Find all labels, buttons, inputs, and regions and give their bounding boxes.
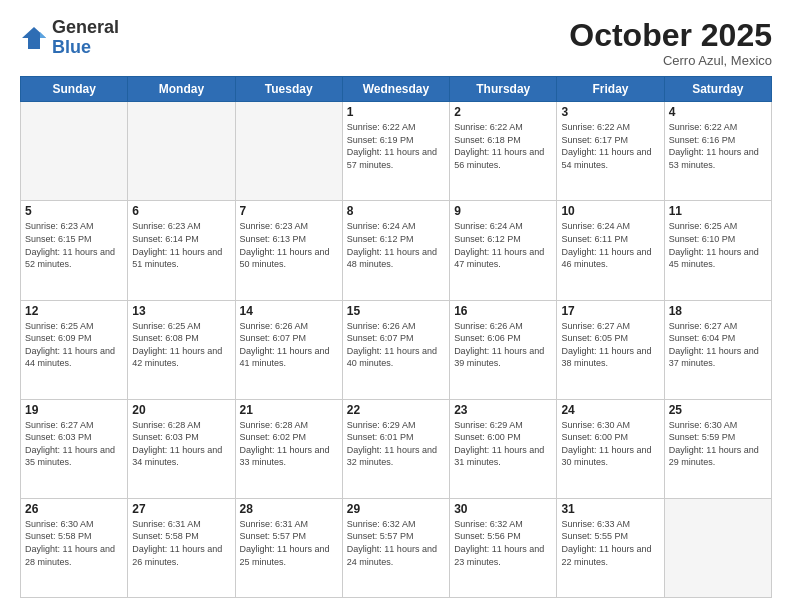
calendar-cell: 25Sunrise: 6:30 AMSunset: 5:59 PMDayligh…: [664, 399, 771, 498]
day-number: 24: [561, 403, 659, 417]
calendar-cell: 28Sunrise: 6:31 AMSunset: 5:57 PMDayligh…: [235, 498, 342, 597]
calendar-week-3: 19Sunrise: 6:27 AMSunset: 6:03 PMDayligh…: [21, 399, 772, 498]
day-info: Sunrise: 6:26 AMSunset: 6:07 PMDaylight:…: [240, 320, 338, 370]
calendar-cell: 9Sunrise: 6:24 AMSunset: 6:12 PMDaylight…: [450, 201, 557, 300]
day-info: Sunrise: 6:24 AMSunset: 6:12 PMDaylight:…: [347, 220, 445, 270]
day-number: 6: [132, 204, 230, 218]
day-info: Sunrise: 6:22 AMSunset: 6:16 PMDaylight:…: [669, 121, 767, 171]
day-info: Sunrise: 6:28 AMSunset: 6:03 PMDaylight:…: [132, 419, 230, 469]
day-info: Sunrise: 6:28 AMSunset: 6:02 PMDaylight:…: [240, 419, 338, 469]
calendar-cell: 21Sunrise: 6:28 AMSunset: 6:02 PMDayligh…: [235, 399, 342, 498]
day-number: 30: [454, 502, 552, 516]
calendar-cell: 5Sunrise: 6:23 AMSunset: 6:15 PMDaylight…: [21, 201, 128, 300]
day-info: Sunrise: 6:23 AMSunset: 6:14 PMDaylight:…: [132, 220, 230, 270]
day-number: 5: [25, 204, 123, 218]
day-header-monday: Monday: [128, 77, 235, 102]
subtitle: Cerro Azul, Mexico: [569, 53, 772, 68]
day-number: 27: [132, 502, 230, 516]
calendar-cell: 14Sunrise: 6:26 AMSunset: 6:07 PMDayligh…: [235, 300, 342, 399]
calendar-cell: 17Sunrise: 6:27 AMSunset: 6:05 PMDayligh…: [557, 300, 664, 399]
calendar-cell: 20Sunrise: 6:28 AMSunset: 6:03 PMDayligh…: [128, 399, 235, 498]
day-info: Sunrise: 6:30 AMSunset: 5:59 PMDaylight:…: [669, 419, 767, 469]
logo-blue-text: Blue: [52, 37, 91, 57]
calendar-cell: 31Sunrise: 6:33 AMSunset: 5:55 PMDayligh…: [557, 498, 664, 597]
calendar-cell: 24Sunrise: 6:30 AMSunset: 6:00 PMDayligh…: [557, 399, 664, 498]
day-number: 14: [240, 304, 338, 318]
calendar-cell: [128, 102, 235, 201]
logo: General Blue: [20, 18, 119, 58]
calendar-cell: 11Sunrise: 6:25 AMSunset: 6:10 PMDayligh…: [664, 201, 771, 300]
day-info: Sunrise: 6:29 AMSunset: 6:00 PMDaylight:…: [454, 419, 552, 469]
calendar-cell: 18Sunrise: 6:27 AMSunset: 6:04 PMDayligh…: [664, 300, 771, 399]
day-header-thursday: Thursday: [450, 77, 557, 102]
day-info: Sunrise: 6:32 AMSunset: 5:56 PMDaylight:…: [454, 518, 552, 568]
day-number: 9: [454, 204, 552, 218]
day-number: 1: [347, 105, 445, 119]
day-info: Sunrise: 6:22 AMSunset: 6:18 PMDaylight:…: [454, 121, 552, 171]
header: General Blue October 2025 Cerro Azul, Me…: [20, 18, 772, 68]
day-info: Sunrise: 6:32 AMSunset: 5:57 PMDaylight:…: [347, 518, 445, 568]
day-number: 23: [454, 403, 552, 417]
day-info: Sunrise: 6:27 AMSunset: 6:03 PMDaylight:…: [25, 419, 123, 469]
calendar-cell: [664, 498, 771, 597]
day-info: Sunrise: 6:27 AMSunset: 6:05 PMDaylight:…: [561, 320, 659, 370]
day-number: 31: [561, 502, 659, 516]
day-number: 19: [25, 403, 123, 417]
day-info: Sunrise: 6:22 AMSunset: 6:17 PMDaylight:…: [561, 121, 659, 171]
logo-general-text: General: [52, 17, 119, 37]
day-number: 28: [240, 502, 338, 516]
day-info: Sunrise: 6:23 AMSunset: 6:13 PMDaylight:…: [240, 220, 338, 270]
calendar-header-row: SundayMondayTuesdayWednesdayThursdayFrid…: [21, 77, 772, 102]
calendar-cell: 19Sunrise: 6:27 AMSunset: 6:03 PMDayligh…: [21, 399, 128, 498]
calendar-cell: 22Sunrise: 6:29 AMSunset: 6:01 PMDayligh…: [342, 399, 449, 498]
day-number: 3: [561, 105, 659, 119]
day-number: 20: [132, 403, 230, 417]
calendar-cell: 13Sunrise: 6:25 AMSunset: 6:08 PMDayligh…: [128, 300, 235, 399]
day-info: Sunrise: 6:26 AMSunset: 6:06 PMDaylight:…: [454, 320, 552, 370]
day-number: 8: [347, 204, 445, 218]
calendar-cell: 8Sunrise: 6:24 AMSunset: 6:12 PMDaylight…: [342, 201, 449, 300]
day-info: Sunrise: 6:33 AMSunset: 5:55 PMDaylight:…: [561, 518, 659, 568]
day-number: 7: [240, 204, 338, 218]
day-info: Sunrise: 6:24 AMSunset: 6:12 PMDaylight:…: [454, 220, 552, 270]
day-number: 26: [25, 502, 123, 516]
day-info: Sunrise: 6:25 AMSunset: 6:10 PMDaylight:…: [669, 220, 767, 270]
logo-text: General Blue: [52, 18, 119, 58]
day-number: 12: [25, 304, 123, 318]
day-number: 22: [347, 403, 445, 417]
calendar-cell: 6Sunrise: 6:23 AMSunset: 6:14 PMDaylight…: [128, 201, 235, 300]
calendar-cell: 29Sunrise: 6:32 AMSunset: 5:57 PMDayligh…: [342, 498, 449, 597]
day-number: 15: [347, 304, 445, 318]
calendar-cell: 15Sunrise: 6:26 AMSunset: 6:07 PMDayligh…: [342, 300, 449, 399]
calendar-cell: 27Sunrise: 6:31 AMSunset: 5:58 PMDayligh…: [128, 498, 235, 597]
calendar-table: SundayMondayTuesdayWednesdayThursdayFrid…: [20, 76, 772, 598]
day-info: Sunrise: 6:30 AMSunset: 6:00 PMDaylight:…: [561, 419, 659, 469]
calendar-cell: [21, 102, 128, 201]
day-info: Sunrise: 6:23 AMSunset: 6:15 PMDaylight:…: [25, 220, 123, 270]
calendar-cell: [235, 102, 342, 201]
day-header-tuesday: Tuesday: [235, 77, 342, 102]
day-info: Sunrise: 6:25 AMSunset: 6:08 PMDaylight:…: [132, 320, 230, 370]
day-header-sunday: Sunday: [21, 77, 128, 102]
calendar-cell: 16Sunrise: 6:26 AMSunset: 6:06 PMDayligh…: [450, 300, 557, 399]
day-number: 10: [561, 204, 659, 218]
title-block: October 2025 Cerro Azul, Mexico: [569, 18, 772, 68]
day-number: 21: [240, 403, 338, 417]
logo-icon: [20, 24, 48, 52]
calendar-cell: 1Sunrise: 6:22 AMSunset: 6:19 PMDaylight…: [342, 102, 449, 201]
day-header-friday: Friday: [557, 77, 664, 102]
calendar-cell: 4Sunrise: 6:22 AMSunset: 6:16 PMDaylight…: [664, 102, 771, 201]
calendar-cell: 7Sunrise: 6:23 AMSunset: 6:13 PMDaylight…: [235, 201, 342, 300]
calendar-cell: 10Sunrise: 6:24 AMSunset: 6:11 PMDayligh…: [557, 201, 664, 300]
svg-marker-1: [40, 32, 46, 38]
day-info: Sunrise: 6:31 AMSunset: 5:57 PMDaylight:…: [240, 518, 338, 568]
day-number: 13: [132, 304, 230, 318]
calendar-week-2: 12Sunrise: 6:25 AMSunset: 6:09 PMDayligh…: [21, 300, 772, 399]
day-info: Sunrise: 6:22 AMSunset: 6:19 PMDaylight:…: [347, 121, 445, 171]
day-number: 11: [669, 204, 767, 218]
day-info: Sunrise: 6:26 AMSunset: 6:07 PMDaylight:…: [347, 320, 445, 370]
calendar-week-4: 26Sunrise: 6:30 AMSunset: 5:58 PMDayligh…: [21, 498, 772, 597]
day-number: 29: [347, 502, 445, 516]
calendar-cell: 3Sunrise: 6:22 AMSunset: 6:17 PMDaylight…: [557, 102, 664, 201]
calendar-cell: 2Sunrise: 6:22 AMSunset: 6:18 PMDaylight…: [450, 102, 557, 201]
